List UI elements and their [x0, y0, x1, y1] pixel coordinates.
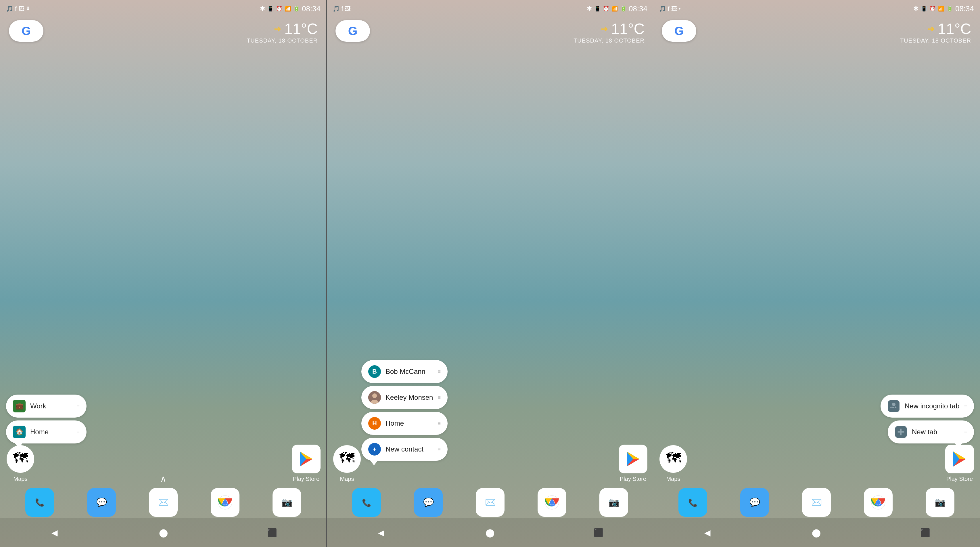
gmail-app-3[interactable]: ✉️ — [802, 488, 831, 517]
home-button-2[interactable]: ⬤ — [481, 524, 498, 541]
vibrate-icon-3: 📳 — [921, 5, 927, 12]
recents-button-3[interactable]: ⬛ — [917, 524, 934, 541]
chrome-app-3[interactable] — [864, 488, 892, 517]
svg-text:🗺: 🗺 — [666, 450, 681, 466]
phone-icon-3: 📞 — [678, 488, 707, 517]
maps-app-2[interactable]: 🗺 Maps — [332, 445, 361, 482]
bluetooth-icon: ✱ — [260, 5, 265, 12]
shortcut-item-home2[interactable]: H Home ≡ — [361, 412, 448, 435]
work-label: Work — [30, 402, 72, 410]
dot-icon-3: • — [679, 5, 681, 12]
gmail-icon-3: ✉️ — [802, 488, 831, 517]
playstore-app-3[interactable]: Play Store — [945, 445, 974, 482]
drawer-arrow-1[interactable]: ∧ — [160, 474, 167, 484]
signal-icon-3: 📶 — [938, 5, 944, 12]
maps-app-1[interactable]: 🗺 Maps — [6, 445, 35, 482]
messages-app-3[interactable]: 💬 — [740, 488, 769, 517]
gmail-icon-2: ✉️ — [476, 488, 504, 517]
app-dock-2: 📞 💬 ✉️ — [327, 488, 653, 517]
chrome-icon-1 — [211, 488, 239, 517]
weather-temp-2: ➜ 11°C — [574, 20, 644, 37]
phone-app-1[interactable]: 📞 — [25, 488, 54, 517]
maps-icon-2: 🗺 — [332, 445, 361, 474]
dock-icons-3: 🗺 Maps Play Store — [653, 445, 980, 482]
shortcut-menu-3: New incognito tab ≡ New tab ≡ — [881, 395, 974, 443]
status-left-icons-1: 🎵 f 🖼 ⬇ — [6, 5, 30, 12]
incognito-drag-handle: ≡ — [964, 403, 967, 409]
signal-icon: 📶 — [285, 5, 291, 12]
chrome-icon-2 — [538, 488, 566, 517]
gmail-app-2[interactable]: ✉️ — [476, 488, 504, 517]
nav-bar-3: ◀ ⬤ ⬛ — [653, 518, 980, 547]
phone-app-2[interactable]: 📞 — [352, 488, 381, 517]
battery-icon-3: 🔋 — [947, 5, 953, 12]
incognito-label: New incognito tab — [905, 402, 959, 410]
weather-temp-1: ➜ 11°C — [247, 20, 318, 37]
screen-1: 🎵 f 🖼 ⬇ ✱ 📳 ⏰ 📶 🔋 08:34 G ➜ 11°C TUESDAY… — [0, 0, 326, 547]
svg-text:🗺: 🗺 — [339, 450, 355, 466]
shortcut-menu-1: 💼 Work ≡ 🏠 Home ≡ — [6, 395, 86, 443]
playstore-app-1[interactable]: Play Store — [292, 445, 321, 482]
maps-app-3[interactable]: 🗺 Maps — [659, 445, 688, 482]
photos-icon-3: 🖼 — [671, 5, 677, 12]
google-search-bar-3[interactable]: G — [662, 20, 696, 42]
home2-avatar: H — [368, 417, 381, 430]
recents-button-2[interactable]: ⬛ — [590, 524, 608, 541]
status-time-3: 08:34 — [955, 4, 974, 13]
alarm-icon-2: ⏰ — [603, 5, 609, 12]
playstore-app-2[interactable]: Play Store — [619, 445, 648, 482]
svg-text:✉️: ✉️ — [811, 497, 822, 507]
vibrate-icon-2: 📳 — [594, 5, 601, 12]
weather-date-1: TUESDAY, 18 OCTOBER — [247, 37, 318, 44]
weather-temp-3: ➜ 11°C — [900, 20, 971, 37]
svg-point-54 — [876, 500, 881, 505]
shortcut-item-incognito[interactable]: New incognito tab ≡ — [881, 395, 974, 418]
home-drag-handle: ≡ — [76, 429, 80, 435]
battery-icon: 🔋 — [293, 5, 299, 12]
phone-icon-1: 📞 — [25, 488, 54, 517]
messages-app-1[interactable]: 💬 — [87, 488, 116, 517]
google-search-bar-1[interactable]: G — [9, 20, 43, 42]
bob-drag-handle: ≡ — [438, 369, 441, 375]
shortcut-item-new-tab[interactable]: New tab ≡ — [888, 421, 974, 443]
svg-point-30 — [550, 500, 554, 505]
chrome-app-2[interactable] — [538, 488, 566, 517]
recents-button-1[interactable]: ⬛ — [263, 524, 281, 541]
svg-text:🗺: 🗺 — [13, 450, 28, 466]
messages-app-2[interactable]: 💬 — [414, 488, 443, 517]
google-search-bar-2[interactable]: G — [336, 20, 370, 42]
messages-icon-1: 💬 — [87, 488, 116, 517]
shortcut-item-home[interactable]: 🏠 Home ≡ — [6, 421, 86, 443]
playstore-icon-3 — [945, 445, 974, 474]
work-drag-handle: ≡ — [76, 403, 80, 409]
status-right-3: ✱ 📳 ⏰ 📶 🔋 08:34 — [913, 4, 974, 13]
back-button-1[interactable]: ◀ — [46, 524, 63, 541]
shortcut-item-keeley[interactable]: Keeley Monsen ≡ — [361, 386, 448, 409]
back-button-3[interactable]: ◀ — [699, 524, 716, 541]
home-icon: 🏠 — [13, 426, 25, 438]
weather-arrow-icon-3: ➜ — [927, 23, 935, 34]
svg-point-13 — [223, 500, 228, 505]
camera-app-2[interactable]: 📷 — [600, 488, 628, 517]
back-button-2[interactable]: ◀ — [372, 524, 390, 541]
camera-app-3[interactable]: 📷 — [926, 488, 955, 517]
weather-arrow-icon-1: ➜ — [274, 23, 282, 34]
phone-app-3[interactable]: 📞 — [678, 488, 707, 517]
home-button-3[interactable]: ⬤ — [808, 524, 825, 541]
playstore-label-3: Play Store — [947, 476, 973, 482]
status-left-icons-2: 🎵 f 🖼 — [332, 5, 351, 12]
svg-text:📷: 📷 — [935, 497, 946, 507]
shortcut-item-bob[interactable]: B Bob McCann ≡ — [361, 360, 448, 383]
chrome-icon-3 — [864, 488, 892, 517]
gmail-app-1[interactable]: ✉️ — [149, 488, 178, 517]
status-right-2: ✱ 📳 ⏰ 📶 🔋 08:34 — [587, 4, 648, 13]
svg-text:📞: 📞 — [688, 498, 698, 507]
photos-icon: 🖼 — [18, 5, 24, 12]
vibrate-icon: 📳 — [267, 5, 274, 12]
battery-icon-2: 🔋 — [620, 5, 627, 12]
shortcut-item-work[interactable]: 💼 Work ≡ — [6, 395, 86, 418]
chrome-app-1[interactable] — [211, 488, 239, 517]
temperature-3: 11°C — [938, 20, 971, 37]
home-button-1[interactable]: ⬤ — [155, 524, 172, 541]
camera-app-1[interactable]: 📷 — [272, 488, 301, 517]
